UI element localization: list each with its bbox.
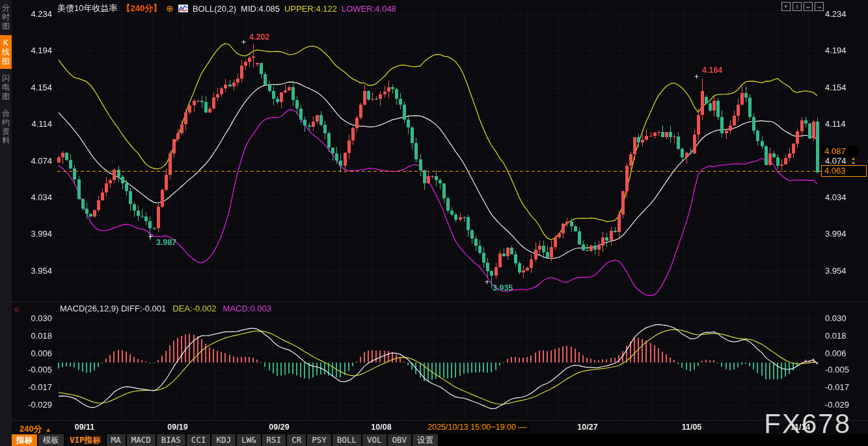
price-axis-label: 4.034 <box>14 192 52 202</box>
current-price-tag: 4.063 <box>821 165 867 177</box>
scale-y-axis-icon[interactable]: ↕ <box>793 2 802 11</box>
boll-mid-value: MID:4.085 <box>241 4 280 14</box>
macd-dea-value: DEA:-0.002 <box>172 304 216 313</box>
boll-lower-value: LOWER:4.048 <box>342 4 396 14</box>
price-axis-label: 4.194 <box>14 46 52 55</box>
macd-axis-label: 0.018 <box>825 331 863 341</box>
reference-price-tag: 4.087 <box>822 146 858 157</box>
price-extreme-label: 4.202 <box>249 33 269 42</box>
macd-axis-label: 0.006 <box>14 348 52 358</box>
price-axis-label: 3.954 <box>825 266 863 276</box>
toolbar-item-10[interactable]: CR <box>287 434 306 446</box>
price-axis-label: 4.154 <box>825 83 863 92</box>
trading-app: 分时图K线图闪电图合约资料 美债10年收益率 【240分】 ⊕ BOLL(20,… <box>0 0 868 446</box>
macd-axis-label: -0.029 <box>14 400 52 410</box>
indicator-toolbar: 指标模板VIP指标MAMACDBIASCCIKDJLW&RSICRPSYBOLL… <box>12 434 868 446</box>
date-axis-label: 10/27 <box>577 423 597 432</box>
date-axis-label: 09/19 <box>167 423 187 432</box>
add-indicator-icon[interactable]: ⊕ <box>166 5 174 13</box>
macd-title: MACD(26,12,9) <box>60 304 118 313</box>
macd-macd-value: MACD:0.003 <box>223 304 271 313</box>
price-axis-label: 3.994 <box>14 229 52 239</box>
sidebar-tab-2[interactable]: 闪电图 <box>0 70 12 104</box>
extreme-cross-icon: + <box>694 72 699 81</box>
macd-header: MACD(26,12,9) DIFF:-0.001 DEA:-0.002 MAC… <box>60 304 271 313</box>
boll-label: BOLL(20,2) <box>193 4 236 14</box>
price-axis-label: 4.194 <box>825 46 863 55</box>
chart-type-sidebar: 分时图K线图闪电图合约资料 <box>0 0 12 446</box>
restore-view-icon[interactable]: → <box>815 2 824 11</box>
toolbar-item-11[interactable]: PSY <box>307 434 331 446</box>
price-axis-label: 4.034 <box>825 192 863 202</box>
extreme-cross-icon: + <box>148 232 153 241</box>
toolbar-item-4[interactable]: MACD <box>127 434 156 446</box>
macd-axis-label: -0.017 <box>14 382 52 392</box>
toolbar-item-6[interactable]: CCI <box>187 434 211 446</box>
toolbar-item-7[interactable]: KDJ <box>211 434 236 446</box>
sidebar-tab-3[interactable]: 合约资料 <box>0 105 12 148</box>
toolbar-item-8[interactable]: LW& <box>237 434 261 446</box>
price-axis-label: 4.074 <box>14 156 52 166</box>
price-axis-label: 4.234 <box>825 9 863 19</box>
toolbar-item-1[interactable]: 模板 <box>38 434 64 446</box>
period-selector[interactable]: 240分▲ <box>20 423 51 435</box>
toolbar-item-15[interactable]: 设置 <box>413 434 438 446</box>
macd-axis-label: 0.030 <box>825 313 863 323</box>
macd-diff-value: DIFF:-0.001 <box>121 304 166 313</box>
symbol-title: 美债10年收益率 <box>57 3 117 14</box>
price-axis-label: 3.994 <box>825 229 863 239</box>
sidebar-tab-0[interactable]: 分时图 <box>0 0 12 34</box>
toolbar-item-0[interactable]: 指标 <box>12 434 37 446</box>
macd-axis-label: -0.017 <box>825 382 863 392</box>
pane-divider <box>12 420 868 421</box>
macd-axis-label: 0.006 <box>825 348 863 358</box>
chevron-up-icon: ▲ <box>46 426 51 433</box>
extreme-cross-icon: + <box>485 278 489 287</box>
price-up-arrows-icon: ▲▲ <box>851 157 856 164</box>
price-extreme-label: 3.935 <box>493 283 513 293</box>
price-extreme-label: 4.164 <box>702 66 722 75</box>
boll-upper-value: UPPER:4.122 <box>284 4 337 14</box>
price-axis-label: 4.114 <box>825 119 863 129</box>
toolbar-item-12[interactable]: BOLL <box>332 434 361 446</box>
price-axis-label: 3.954 <box>14 266 52 276</box>
toolbar-item-5[interactable]: BIAS <box>157 434 185 446</box>
pane-divider <box>12 302 868 302</box>
scale-x-axis-icon[interactable]: ↔ <box>804 2 813 11</box>
macd-settings-icon[interactable]: ☼ <box>13 304 20 313</box>
toolbar-item-3[interactable]: MA <box>107 434 126 446</box>
sidebar-tab-1[interactable]: K线图 <box>0 35 12 69</box>
toolbar-item-13[interactable]: VOL <box>362 434 387 446</box>
price-axis-label: 4.074 <box>825 156 863 166</box>
highlighted-datetime-label: 2025/10/13 15:00~19:00 — <box>424 422 530 432</box>
extreme-cross-icon: + <box>241 38 246 47</box>
price-chart-header: 美债10年收益率 【240分】 ⊕ BOLL(20,2) MID:4.085 U… <box>57 3 396 14</box>
boll-indicator-icon[interactable] <box>178 5 188 12</box>
period-tag: 【240分】 <box>122 3 161 14</box>
date-axis-label: 09/29 <box>269 423 289 432</box>
date-axis-label: 09/11 <box>75 423 95 432</box>
price-axis-label: 4.154 <box>14 83 52 92</box>
price-chart-canvas[interactable] <box>0 0 868 446</box>
toolbar-item-14[interactable]: OBV <box>388 434 412 446</box>
date-axis-label: 10/08 <box>371 423 391 432</box>
price-extreme-label: 3.987 <box>156 238 176 247</box>
pan-icon[interactable]: + <box>781 2 791 11</box>
chart-view-controls: +↕↔→ <box>781 2 824 11</box>
macd-axis-label: 0.030 <box>14 313 52 323</box>
price-axis-label: 4.234 <box>14 9 52 19</box>
macd-axis-label: 0.018 <box>14 331 52 341</box>
date-axis-label: 11/05 <box>682 423 702 432</box>
date-axis-label: 11/14 <box>791 423 811 432</box>
toolbar-item-2[interactable]: VIP指标 <box>65 434 105 446</box>
toolbar-item-9[interactable]: RSI <box>262 434 286 446</box>
price-axis-label: 4.114 <box>14 119 52 129</box>
macd-axis-label: -0.005 <box>14 365 52 374</box>
macd-axis-label: -0.005 <box>825 365 863 374</box>
